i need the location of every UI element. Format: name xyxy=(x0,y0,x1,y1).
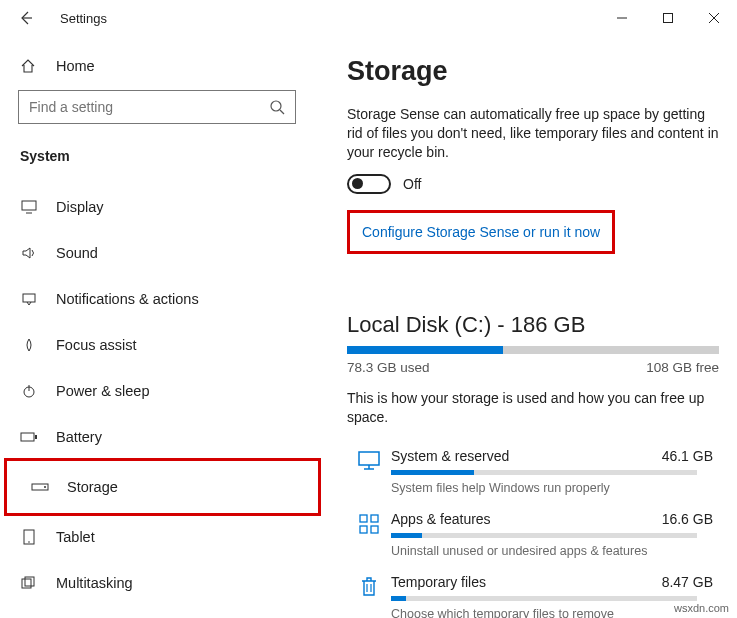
sidebar-highlight-storage: Storage xyxy=(4,458,321,516)
search-input[interactable] xyxy=(18,90,296,124)
sidebar: Home System Display Sound Notifications … xyxy=(0,36,325,618)
category-sub: Choose which temporary files to remove xyxy=(391,607,713,618)
home-label: Home xyxy=(56,58,95,74)
titlebar: Settings xyxy=(0,0,737,36)
window-controls xyxy=(599,2,737,34)
category-system-reserved[interactable]: System & reserved46.1 GB System files he… xyxy=(347,440,721,503)
sidebar-item-label: Battery xyxy=(56,429,102,445)
configure-storage-sense-link[interactable]: Configure Storage Sense or run it now xyxy=(362,224,600,240)
category-name: Temporary files xyxy=(391,574,486,590)
focus-assist-icon xyxy=(20,337,38,353)
svg-rect-24 xyxy=(360,526,367,533)
sidebar-item-label: Notifications & actions xyxy=(56,291,199,307)
disk-free-label: 108 GB free xyxy=(646,360,719,375)
category-apps-features[interactable]: Apps & features16.6 GB Uninstall unused … xyxy=(347,503,721,566)
svg-rect-23 xyxy=(371,515,378,522)
sidebar-item-storage[interactable]: Storage xyxy=(11,467,314,507)
toggle-state-label: Off xyxy=(403,176,421,192)
home-icon xyxy=(20,58,38,74)
svg-rect-11 xyxy=(21,433,34,441)
trash-icon xyxy=(347,574,391,598)
category-bar xyxy=(391,470,697,475)
minimize-button[interactable] xyxy=(599,2,645,34)
svg-point-16 xyxy=(28,541,30,543)
tablet-icon xyxy=(20,529,38,545)
sidebar-item-battery[interactable]: Battery xyxy=(0,414,325,460)
usage-description: This is how your storage is used and how… xyxy=(347,389,721,427)
sidebar-item-power-sleep[interactable]: Power & sleep xyxy=(0,368,325,414)
category-bar xyxy=(391,596,697,601)
sidebar-item-label: Sound xyxy=(56,245,98,261)
sidebar-item-label: Multitasking xyxy=(56,575,133,591)
apps-icon xyxy=(347,511,391,535)
category-temporary-files[interactable]: Temporary files8.47 GB Choose which temp… xyxy=(347,566,721,618)
sidebar-item-label: Storage xyxy=(67,479,118,495)
category-sub: System files help Windows run properly xyxy=(391,481,713,495)
page-title: Storage xyxy=(347,56,721,87)
sidebar-item-label: Tablet xyxy=(56,529,95,545)
svg-rect-18 xyxy=(25,577,34,586)
main-panel: Storage Storage Sense can automatically … xyxy=(325,36,737,618)
battery-icon xyxy=(20,431,38,443)
category-sub: Uninstall unused or undesired apps & fea… xyxy=(391,544,713,558)
sidebar-item-label: Display xyxy=(56,199,104,215)
svg-rect-25 xyxy=(371,526,378,533)
search-icon xyxy=(269,99,285,115)
search-field[interactable] xyxy=(29,99,269,115)
sidebar-item-label: Power & sleep xyxy=(56,383,150,399)
category-size: 8.47 GB xyxy=(662,574,713,590)
window-title: Settings xyxy=(60,11,107,26)
svg-rect-17 xyxy=(22,579,31,588)
disk-usage-bar xyxy=(347,346,719,354)
svg-rect-1 xyxy=(664,14,673,23)
category-size: 16.6 GB xyxy=(662,511,713,527)
multitasking-icon xyxy=(20,576,38,590)
sidebar-item-tablet[interactable]: Tablet xyxy=(0,514,325,560)
display-icon xyxy=(20,200,38,214)
power-icon xyxy=(20,383,38,399)
svg-rect-8 xyxy=(23,294,35,302)
sidebar-section-header: System xyxy=(0,136,325,184)
notifications-icon xyxy=(20,292,38,306)
disk-title: Local Disk (C:) - 186 GB xyxy=(347,312,721,338)
sidebar-item-focus-assist[interactable]: Focus assist xyxy=(0,322,325,368)
sound-icon xyxy=(20,246,38,260)
close-button[interactable] xyxy=(691,2,737,34)
system-icon xyxy=(347,448,391,470)
sidebar-item-label: Focus assist xyxy=(56,337,137,353)
sidebar-item-sound[interactable]: Sound xyxy=(0,230,325,276)
configure-link-highlight: Configure Storage Sense or run it now xyxy=(347,210,615,254)
sidebar-item-notifications[interactable]: Notifications & actions xyxy=(0,276,325,322)
storage-icon xyxy=(31,482,49,492)
svg-rect-12 xyxy=(35,435,37,439)
category-name: System & reserved xyxy=(391,448,509,464)
sidebar-item-home[interactable]: Home xyxy=(0,48,325,84)
svg-rect-6 xyxy=(22,201,36,210)
maximize-button[interactable] xyxy=(645,2,691,34)
watermark: wsxdn.com xyxy=(674,602,729,614)
svg-rect-22 xyxy=(360,515,367,522)
category-bar xyxy=(391,533,697,538)
storage-sense-toggle[interactable] xyxy=(347,174,391,194)
storage-sense-description: Storage Sense can automatically free up … xyxy=(347,105,721,162)
svg-line-5 xyxy=(280,110,284,114)
category-size: 46.1 GB xyxy=(662,448,713,464)
disk-used-label: 78.3 GB used xyxy=(347,360,430,375)
svg-point-4 xyxy=(271,101,281,111)
category-name: Apps & features xyxy=(391,511,491,527)
back-button[interactable] xyxy=(12,4,40,32)
svg-rect-19 xyxy=(359,452,379,465)
sidebar-item-display[interactable]: Display xyxy=(0,184,325,230)
svg-point-14 xyxy=(44,486,46,488)
disk-usage-fill xyxy=(347,346,503,354)
sidebar-item-multitasking[interactable]: Multitasking xyxy=(0,560,325,606)
